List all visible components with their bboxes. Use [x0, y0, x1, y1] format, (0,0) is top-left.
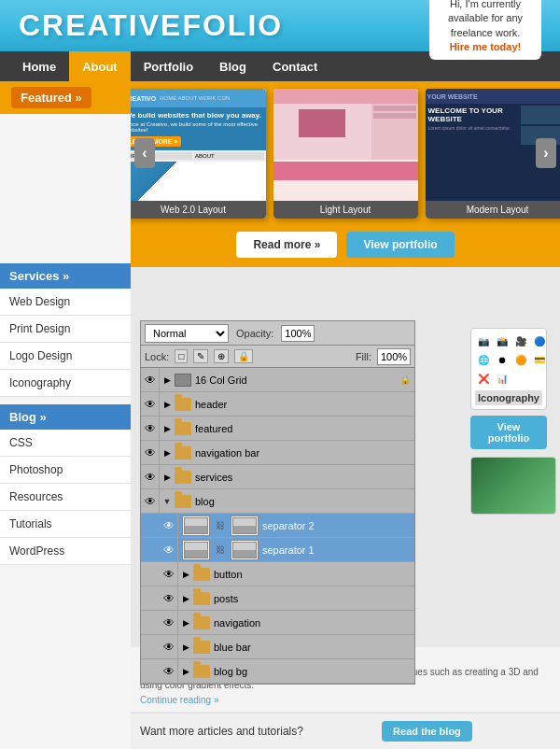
layer-eye-bluebar[interactable]: 👁 — [160, 635, 178, 659]
continue-reading-link[interactable]: Continue reading » — [140, 695, 219, 705]
read-more-button[interactable]: Read more » — [236, 232, 337, 258]
layer-posts[interactable]: 👁 ▶ posts — [141, 586, 414, 611]
icon-table: 📊 — [494, 370, 511, 387]
view-portfolio-button[interactable]: View portfolio — [346, 232, 454, 258]
sidebar-item-photoshop[interactable]: Photoshop — [0, 457, 131, 484]
layer-name-button: button — [214, 569, 411, 580]
layer-thumb-sep2 — [182, 516, 210, 536]
icon-camera2: 📸 — [494, 332, 511, 349]
layer-services[interactable]: 👁 ▶ services — [141, 465, 414, 489]
center-area: ‹ CREATIVO HOME ABOUT WORK CON We build … — [131, 81, 560, 749]
sidebar-item-printdesign[interactable]: Print Design — [0, 316, 131, 343]
featured-area: ‹ CREATIVO HOME ABOUT WORK CON We build … — [131, 81, 560, 267]
read-blog-button[interactable]: Read the blog — [382, 721, 472, 742]
sidebar-item-css[interactable]: CSS — [0, 430, 131, 457]
layer-separator1[interactable]: 👁 ⛓ separator 1 — [141, 538, 414, 562]
layer-chain-sep2: ⛓ — [214, 520, 227, 530]
blend-mode-select[interactable]: Normal Multiply Screen — [145, 324, 229, 343]
layer-folder-featured — [175, 422, 191, 435]
icon-circle: 🔵 — [531, 332, 548, 349]
nav-contact[interactable]: Contact — [259, 51, 330, 81]
layer-folder-blog — [175, 495, 191, 508]
opacity-input[interactable] — [281, 325, 315, 342]
hire-link[interactable]: Hire me today! — [439, 40, 532, 54]
view-portfolio-button-2[interactable]: View portfolio — [470, 416, 547, 449]
layer-featured[interactable]: 👁 ▶ featured — [141, 417, 414, 441]
hire-text: Hi, I'm currently available for any free… — [448, 0, 523, 38]
sidebar-item-wordpress[interactable]: WordPress — [0, 538, 131, 565]
layer-navigation[interactable]: 👁 ▶ navigation — [141, 611, 414, 635]
sidebar-item-logodesign[interactable]: Logo Design — [0, 343, 131, 370]
blog-preview-image — [471, 458, 555, 514]
photoshop-panel: Normal Multiply Screen Opacity: Lock: □ … — [140, 320, 415, 685]
layer-name-16colgrid: 16 Col Grid — [195, 374, 399, 386]
layer-16colgrid[interactable]: 👁 ▶ 16 Col Grid 🔒 — [141, 368, 414, 392]
sidebar-item-webdesign[interactable]: Web Design — [0, 289, 131, 316]
ps-layers-scroll[interactable]: 👁 ▶ 16 Col Grid 🔒 👁 ▶ header — [141, 368, 414, 684]
blog-article-area: 📷 📸 🎥 🔵 🌐 ⏺ 🟠 💳 ❌ 📊 Iconography View por… — [467, 324, 560, 518]
site-header: CREATIVEFOLIO Hi, I'm currently availabl… — [0, 0, 560, 51]
sidebar-item-resources[interactable]: Resources — [0, 484, 131, 511]
layer-arrow-header: ▶ — [160, 400, 175, 409]
layer-eye-blogbg[interactable]: 👁 — [160, 659, 178, 684]
layer-name-featured: featured — [195, 423, 411, 434]
layer-name-blog: blog — [195, 496, 411, 507]
layer-eye-16colgrid[interactable]: 👁 — [141, 368, 160, 392]
layer-thumb-sep1 — [182, 540, 210, 560]
layer-blog[interactable]: 👁 ▼ blog — [141, 489, 414, 514]
layer-folder-navbar — [175, 446, 191, 459]
layer-separator2[interactable]: 👁 ⛓ separator 2 — [141, 514, 414, 538]
layer-arrow-navbar: ▶ — [160, 448, 175, 458]
layer-arrow-services: ▶ — [160, 473, 175, 482]
layer-eye-featured[interactable]: 👁 — [141, 417, 160, 441]
layer-eye-navbar[interactable]: 👁 — [141, 441, 160, 465]
layer-navbar[interactable]: 👁 ▶ navigation bar — [141, 441, 414, 465]
lock-icon-3[interactable]: ⊕ — [214, 349, 229, 363]
layer-eye-services[interactable]: 👁 — [141, 465, 160, 489]
lock-icon-4[interactable]: 🔒 — [234, 349, 253, 363]
layer-button[interactable]: 👁 ▶ button — [141, 562, 414, 586]
layer-eye-button[interactable]: 👁 — [160, 562, 178, 586]
layer-arrow-16colgrid: ▶ — [160, 375, 175, 385]
layer-eye-header[interactable]: 👁 — [141, 392, 160, 417]
iconography-label: Iconography — [475, 390, 542, 405]
fill-input[interactable] — [377, 348, 411, 365]
featured-buttons: Read more » View portfolio — [131, 224, 560, 267]
layer-eye-posts[interactable]: 👁 — [160, 586, 178, 611]
carousel-label-web20: Web 2.0 Layout — [131, 201, 266, 219]
layer-bluebar[interactable]: 👁 ▶ blue bar — [141, 635, 414, 659]
icon-camera1: 📷 — [475, 332, 492, 349]
nav-about[interactable]: About — [69, 51, 131, 81]
carousel-item-light[interactable]: Light Layout — [273, 89, 418, 219]
layer-eye-sep2[interactable]: 👁 — [160, 514, 178, 538]
layer-folder-button — [193, 568, 210, 581]
sidebar-item-tutorials[interactable]: Tutorials — [0, 511, 131, 538]
layer-eye-sep1[interactable]: 👁 — [160, 538, 178, 562]
services-header: Services » — [0, 263, 131, 289]
sidebar-item-iconography[interactable]: Iconography — [0, 370, 131, 397]
featured-carousel: ‹ CREATIVO HOME ABOUT WORK CON We build … — [131, 81, 560, 224]
lock-icon-1[interactable]: □ — [175, 349, 188, 363]
layer-lock-16colgrid: 🔒 — [399, 374, 411, 385]
nav-blog[interactable]: Blog — [206, 51, 259, 81]
nav-portfolio[interactable]: Portfolio — [131, 51, 206, 81]
layer-name-posts: posts — [214, 593, 411, 604]
layer-arrow-featured: ▶ — [160, 424, 175, 433]
layer-name-blogbg: blog bg — [214, 666, 411, 677]
lock-icon-2[interactable]: ✎ — [193, 349, 208, 363]
layer-arrow-posts: ▶ — [178, 594, 193, 603]
nav-home[interactable]: Home — [9, 51, 69, 81]
featured-badge[interactable]: Featured » — [11, 87, 91, 108]
layer-eye-navigation[interactable]: 👁 — [160, 611, 178, 635]
carousel-label-light: Light Layout — [273, 201, 418, 219]
layer-folder-header — [175, 398, 191, 411]
blog-preview-container — [470, 457, 556, 515]
carousel-prev-button[interactable]: ‹ — [134, 138, 155, 168]
layer-eye-blog[interactable]: 👁 — [141, 489, 160, 514]
layer-header[interactable]: 👁 ▶ header — [141, 392, 414, 417]
layer-blogbg[interactable]: 👁 ▶ blog bg — [141, 659, 414, 684]
layer-folder-navigation — [193, 616, 210, 629]
full-layout: CREATIVEFOLIO Hi, I'm currently availabl… — [0, 0, 560, 749]
carousel-next-button[interactable]: › — [536, 138, 556, 168]
blog-bottom-text: Want more articles and tutorials? — [140, 725, 303, 738]
